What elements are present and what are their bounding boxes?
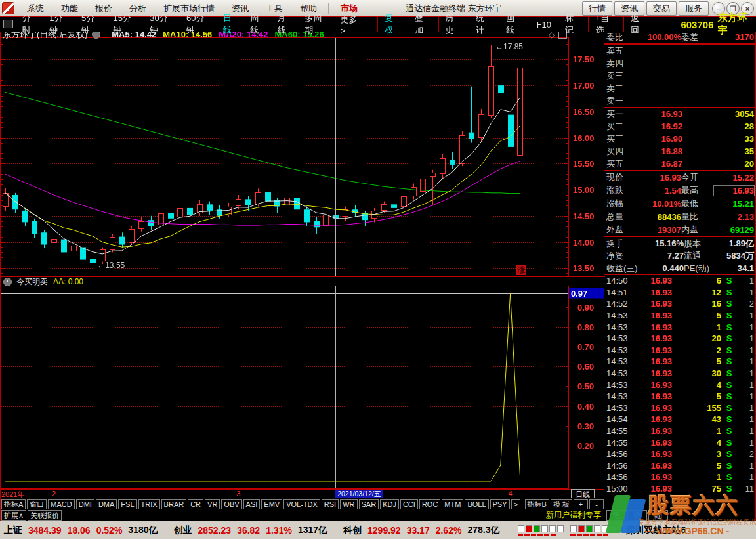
tab-brar[interactable]: BRAR — [161, 499, 187, 509]
tab-indicator-a[interactable]: 指标A — [1, 499, 26, 509]
btn-stats[interactable]: 统计 — [469, 17, 499, 32]
index-quote-2[interactable]: 科创1299.9233.172.62%278.3亿 — [343, 525, 499, 536]
rise-marker-badge[interactable]: 涨 — [516, 265, 526, 275]
candlestick-chart[interactable] — [0, 37, 604, 276]
info-label: 总量 — [606, 211, 644, 223]
tape-row[interactable]: 14:5216.9316S2 — [604, 298, 756, 310]
index-change: 33.17 — [407, 525, 430, 536]
tab-monthly[interactable]: 月线 — [272, 17, 300, 32]
tab-dma[interactable]: DMA — [96, 499, 117, 509]
btn-add-watchlist[interactable]: +自选 — [588, 17, 623, 32]
tab-1min[interactable]: 1分钟 — [44, 17, 76, 32]
tape-row[interactable]: 14:5616.931S1 — [604, 471, 756, 483]
tape-row[interactable]: 14:5516.934S1 — [604, 437, 756, 448]
tab-macd[interactable]: MACD — [48, 499, 74, 509]
tab-indicator-b[interactable]: 指标B — [525, 499, 549, 509]
tab-by-price[interactable]: 价 — [627, 510, 647, 521]
sell-row-1[interactable]: 卖一 — [604, 95, 756, 107]
tab-expand[interactable]: 扩展∧ — [1, 510, 26, 521]
tab-mtm[interactable]: MTM — [442, 499, 463, 509]
sell-row-3[interactable]: 卖三 — [604, 70, 756, 82]
tape-row[interactable]: 14:5616.935S1 — [604, 460, 756, 472]
btn-f10[interactable]: F10 — [530, 17, 558, 32]
tab-vr[interactable]: VR — [205, 499, 220, 509]
zoom-out-button[interactable]: - — [589, 499, 604, 509]
tape-row[interactable]: 14:5316.931S1 — [604, 321, 756, 333]
indicator-chart[interactable] — [0, 286, 604, 489]
tape-row[interactable]: 14:5316.935S1 — [604, 356, 756, 368]
tab-vol-tdx[interactable]: VOL-TDX — [284, 499, 320, 509]
tape-side-flag: S — [721, 414, 737, 424]
tape-time: 14:56 — [606, 449, 634, 459]
tape-row[interactable]: 14:5316.935S1 — [604, 391, 756, 402]
tab-trix[interactable]: TRIX — [138, 499, 160, 509]
menu-market[interactable]: 市场 — [331, 3, 367, 14]
btn-draw-line[interactable]: 画线 — [499, 17, 529, 32]
buy-row-2[interactable]: 买二16.9228 — [604, 120, 756, 133]
promo-link[interactable]: 新用户福利专享 — [546, 509, 601, 521]
nav-service-button[interactable]: 服务 — [679, 1, 709, 16]
sell-row-2[interactable]: 卖二 — [604, 82, 756, 95]
tape-row[interactable]: 15:0016.9375S11 — [604, 483, 756, 495]
tape-row[interactable]: 14:5016.936S1 — [604, 275, 756, 287]
btn-mark[interactable]: 标记 — [558, 17, 588, 32]
buy-row-5[interactable]: 买五16.8720 — [604, 158, 756, 170]
tape-row[interactable]: 14:5316.934S1 — [604, 379, 756, 391]
btn-history[interactable]: 历史 — [438, 17, 469, 32]
tab-weekly[interactable]: 周线 — [245, 17, 272, 32]
tape-row[interactable]: 14:5516.931S1 — [604, 425, 756, 437]
buy-row-4[interactable]: 买四16.8835 — [604, 145, 756, 158]
tape-row[interactable]: 14:5416.9343S1 — [604, 414, 756, 425]
tab-more-indicators[interactable]: > — [511, 499, 520, 509]
tab-by-trade[interactable]: 笔 — [606, 510, 626, 521]
tab-more[interactable]: 更多 > — [335, 17, 369, 32]
btn-overlay[interactable]: 叠加 — [408, 17, 438, 32]
tab-kdj[interactable]: KDJ — [380, 499, 399, 509]
tab-15min[interactable]: 15分钟 — [108, 17, 145, 32]
tab-30min[interactable]: 30分钟 — [144, 17, 181, 32]
btn-adjust-price[interactable]: 复权 — [377, 17, 408, 32]
tab-sar[interactable]: SAR — [359, 499, 379, 509]
tab-wr[interactable]: WR — [340, 499, 357, 509]
tab-fsl[interactable]: FSL — [118, 499, 136, 509]
layout-icon[interactable] — [3, 20, 13, 28]
tab-window[interactable]: 窗口 — [27, 499, 47, 509]
tab-detail[interactable]: 细 — [648, 510, 668, 521]
tape-row[interactable]: 14:5316.93155S1 — [604, 402, 756, 414]
tape-volume: 5 — [672, 391, 721, 401]
index-quote-1[interactable]: 创业2852.2336.821.31%1317亿 — [174, 525, 328, 536]
tape-row[interactable]: 14:5316.935S1 — [604, 310, 756, 322]
tab-rsi[interactable]: RSI — [322, 499, 339, 509]
tab-roc[interactable]: ROC — [419, 499, 440, 509]
tab-60min[interactable]: 60分钟 — [181, 17, 218, 32]
nav-trade-button[interactable]: 交易 — [646, 1, 677, 16]
sell-row-4[interactable]: 卖四 — [604, 57, 756, 70]
btn-back[interactable]: 返回 — [623, 17, 654, 32]
tape-row[interactable]: 14:5316.932S1 — [604, 345, 756, 356]
tab-asi[interactable]: ASI — [243, 499, 261, 509]
tab-minute-chart[interactable]: 分时 — [17, 17, 45, 32]
tape-row[interactable]: 14:5116.9312S1 — [604, 287, 756, 299]
tab-daily[interactable]: 日线 — [218, 17, 245, 32]
tab-template[interactable]: 模 板 — [551, 499, 572, 509]
tab-boll[interactable]: BOLL — [465, 499, 488, 509]
clock-icon[interactable] — [3, 278, 12, 286]
tape-row[interactable]: 14:5616.933S2 — [604, 448, 756, 460]
tab-cci[interactable]: CCI — [400, 499, 418, 509]
tab-obv[interactable]: OBV — [221, 499, 242, 509]
tab-5min[interactable]: 5分钟 — [76, 17, 108, 32]
tab-multi-period[interactable]: 多周期 — [299, 17, 335, 32]
tab-cr[interactable]: CR — [188, 499, 203, 509]
sell-row-5[interactable]: 卖五 — [604, 45, 756, 57]
buy-row-1[interactable]: 买一16.933054 — [604, 108, 756, 120]
tab-linked-quote[interactable]: 关联报价 — [28, 510, 62, 521]
buy-row-3[interactable]: 买三16.9033 — [604, 133, 756, 145]
tape-tab-bar: 笔价细 — [604, 509, 756, 521]
tab-dmi[interactable]: DMI — [76, 499, 94, 509]
index-quote-0[interactable]: 上证3484.3918.060.52%3180亿 — [4, 525, 158, 536]
tab-psy[interactable]: PSY — [490, 499, 510, 509]
zoom-in-button[interactable]: + — [574, 499, 588, 509]
tape-row[interactable]: 14:5316.9320S1 — [604, 333, 756, 345]
tape-row[interactable]: 14:5316.9330S1 — [604, 368, 756, 379]
tab-emv[interactable]: EMV — [261, 499, 282, 509]
